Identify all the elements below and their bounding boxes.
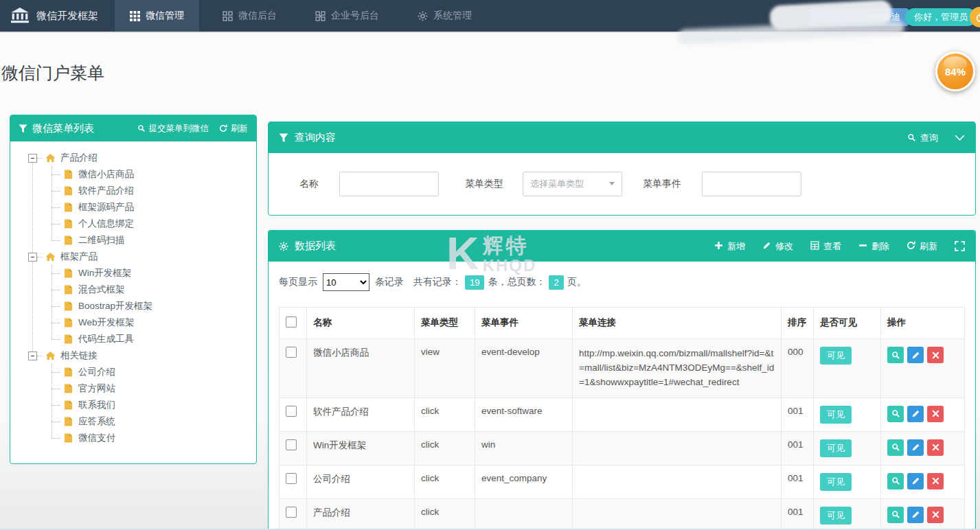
query-search-button[interactable]: 查询 (907, 132, 938, 144)
menu-type-label: 菜单类型 (465, 178, 503, 190)
tree-child-node[interactable]: 公司介绍 (52, 364, 256, 380)
row-edit-button[interactable] (907, 507, 924, 523)
row-delete-button[interactable] (927, 507, 944, 523)
total-prefix: 共有记录： (413, 276, 461, 288)
row-checkbox[interactable] (286, 406, 297, 417)
table-row: 软件产品介绍clickevent-software001可见 (280, 398, 965, 431)
tree-children: 公司介绍官方网站联系我们应答系统微信支付 (52, 364, 256, 446)
row-edit-button[interactable] (907, 439, 924, 456)
row-delete-button[interactable] (927, 473, 944, 489)
row-view-button[interactable] (887, 507, 904, 523)
file-icon (63, 301, 73, 311)
tree-child-node[interactable]: 应答系统 (52, 413, 256, 430)
column-header: 是否可见 (814, 308, 881, 339)
tree-child-node[interactable]: Web开发框架 (52, 314, 256, 331)
row-edit-button[interactable] (907, 347, 924, 363)
tree-child-node[interactable]: 软件产品介绍 (52, 183, 256, 199)
row-checkbox[interactable] (286, 439, 297, 450)
data-list-title: 数据列表 (279, 240, 714, 253)
tree-parent-node[interactable]: 产品介绍 (28, 150, 256, 166)
nav-item[interactable]: 微信后台 (207, 0, 292, 32)
row-edit-button[interactable] (907, 406, 924, 422)
row-delete-button[interactable] (927, 406, 944, 422)
cell-menu-link (573, 465, 782, 498)
edit-button[interactable]: 修改 (762, 240, 793, 253)
cell-menu-link (573, 431, 782, 465)
tree-child-node[interactable]: 二维码扫描 (52, 232, 256, 249)
column-header: 名称 (307, 308, 415, 339)
tree-parent-node[interactable]: 相关链接 (28, 347, 256, 364)
total-middle: 条，总页数： (488, 276, 545, 288)
row-delete-button[interactable] (927, 439, 944, 456)
cell-order: 000 (782, 339, 814, 398)
query-actions: 查询 (907, 132, 965, 144)
nav-item[interactable]: 系统管理 (402, 0, 487, 32)
file-icon (63, 203, 73, 212)
cell-menu-link (573, 498, 782, 530)
row-checkbox[interactable] (286, 473, 297, 484)
nav-item[interactable]: 企业号后台 (300, 0, 394, 32)
refresh-button[interactable]: 刷新 (907, 240, 937, 253)
tree-child-node[interactable]: 官方网站 (52, 380, 256, 397)
nav-items: 微信管理微信后台企业号后台系统管理 (115, 0, 495, 32)
tree-node-label: 联系我们 (78, 399, 115, 411)
view-button[interactable]: 查看 (810, 240, 841, 253)
collapse-toggle-icon[interactable] (28, 352, 37, 360)
tree-node-label: 公司介绍 (78, 366, 115, 378)
tree-child-node[interactable]: Win开发框架 (52, 265, 256, 281)
row-view-button[interactable] (887, 439, 904, 456)
tree-child-node[interactable]: 个人信息绑定 (52, 216, 256, 232)
menu-event-input[interactable] (702, 172, 801, 196)
cell-name: 产品介绍 (307, 498, 415, 530)
cell-menu-event (475, 498, 573, 530)
nav-item[interactable]: 微信管理 (115, 0, 199, 32)
app-brand[interactable]: 微信开发框架 (0, 0, 115, 32)
greeting-badge[interactable]: 你好，管理员 (905, 8, 977, 26)
row-view-button[interactable] (887, 406, 904, 422)
menu-type-select[interactable]: 选择菜单类型 (523, 172, 622, 196)
row-delete-button[interactable] (927, 347, 944, 363)
expand-icon (955, 241, 965, 251)
blocks-icon (315, 11, 326, 21)
nav-item-label: 微信管理 (146, 10, 184, 22)
row-view-button[interactable] (887, 473, 904, 489)
tree-child-node[interactable]: 混合式框架 (52, 281, 256, 298)
toolbar-button-label: 查看 (823, 240, 841, 253)
collapse-toggle-icon[interactable] (28, 253, 37, 262)
name-input[interactable] (339, 172, 439, 196)
tree-child-node[interactable]: 代码生成工具 (52, 331, 256, 347)
submit-menu-button[interactable]: 提交菜单到微信 (137, 123, 209, 135)
tree-parent-node[interactable]: 框架产品 (28, 249, 256, 265)
cell-menu-type: click (415, 465, 475, 498)
page-size-label: 每页显示 (279, 276, 317, 288)
sidebar-refresh-button[interactable]: 刷新 (219, 123, 248, 135)
table-row: Win开发框架clickwin001可见 (280, 431, 965, 465)
tree-child-node[interactable]: 框架源码产品 (52, 199, 256, 216)
row-checkbox[interactable] (286, 347, 297, 358)
row-checkbox[interactable] (286, 507, 297, 518)
delete-button[interactable]: 删除 (858, 240, 889, 253)
cell-operations (881, 431, 965, 465)
fullscreen-button[interactable] (955, 241, 965, 251)
file-icon (63, 433, 73, 443)
file-icon (63, 334, 73, 344)
pagination-bar: 每页显示 10 条记录 共有记录： 19 条，总页数： 2 页。 (279, 273, 965, 291)
tree-child-node[interactable]: Boostrap开发框架 (52, 298, 256, 314)
row-view-button[interactable] (887, 347, 904, 363)
gear-icon (418, 11, 428, 21)
row-edit-button[interactable] (907, 473, 924, 489)
records-label: 条记录 (375, 276, 404, 288)
funnel-icon (279, 133, 288, 143)
select-all-checkbox[interactable] (286, 316, 297, 327)
add-button[interactable]: 新增 (714, 240, 745, 253)
collapse-panel-button[interactable] (955, 135, 965, 141)
tree-child-node[interactable]: 微信支付 (52, 430, 256, 446)
cell-name: 微信小店商品 (307, 339, 415, 398)
bank-icon (11, 8, 29, 24)
cell-order: 001 (782, 465, 814, 498)
tree-child-node[interactable]: 微信小店商品 (52, 166, 256, 183)
home-icon (45, 252, 56, 262)
tree-child-node[interactable]: 联系我们 (52, 397, 256, 413)
page-size-select[interactable]: 10 (323, 273, 369, 291)
collapse-toggle-icon[interactable] (28, 154, 37, 163)
